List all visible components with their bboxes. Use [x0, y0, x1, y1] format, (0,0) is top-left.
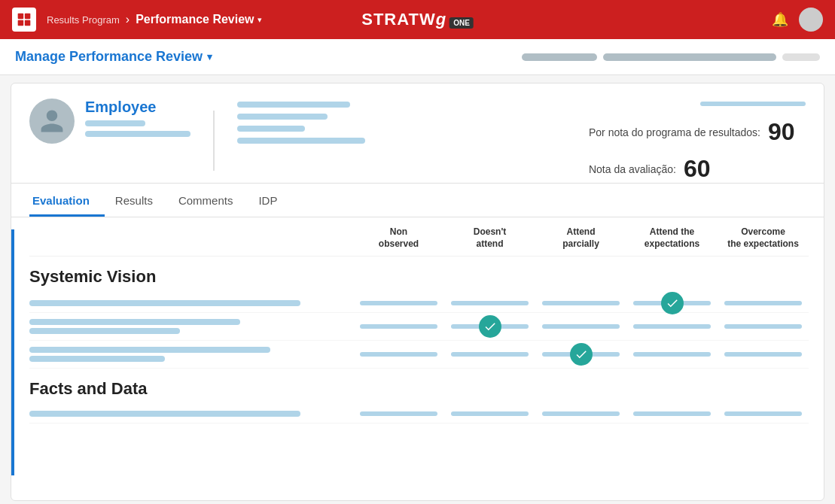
- score-line-1: Por nota do programa de resultados: 90: [589, 118, 806, 146]
- employee-header: Employee Por nota do programa de resulta…: [11, 83, 824, 184]
- rating-col-5[interactable]: [718, 352, 809, 357]
- rating-col-1[interactable]: [353, 352, 444, 357]
- right-icons: 🔔: [772, 8, 823, 32]
- rating-col-1[interactable]: [353, 301, 444, 305]
- rating-col-2[interactable]: [444, 324, 535, 329]
- employee-name: Employee: [85, 99, 190, 116]
- score-label-2: Nota da avaliação:: [589, 163, 676, 175]
- nav-dropdown-arrow[interactable]: ▾: [258, 15, 262, 25]
- row-label-bar: [29, 319, 240, 325]
- employee-info: Employee: [85, 99, 190, 137]
- manage-dropdown-arrow[interactable]: ▾: [207, 51, 212, 62]
- tab-comments[interactable]: Comments: [175, 185, 248, 217]
- scores-section: Por nota do programa de resultados: 90 N…: [589, 99, 806, 183]
- section-title-facts-and-data: Facts and Data: [29, 369, 809, 405]
- row-label-bar: [29, 300, 300, 306]
- logo: STRATWg ONE: [361, 10, 474, 29]
- rating-col-3[interactable]: [535, 301, 626, 305]
- section-title-systemic-vision: Systemic Vision: [29, 257, 809, 294]
- rating-cols: [353, 301, 809, 305]
- breadcrumb-current[interactable]: Performance Review: [136, 13, 254, 26]
- rating-col-2[interactable]: [444, 352, 535, 357]
- progress-bar-3: [782, 53, 820, 61]
- rating-col-4[interactable]: [626, 411, 718, 416]
- row-label-bar: [29, 347, 270, 353]
- progress-bar-1: [522, 53, 597, 61]
- rating-col-2[interactable]: [444, 411, 535, 416]
- rating-col-3[interactable]: [535, 324, 626, 329]
- svg-rect-1: [25, 14, 31, 20]
- breadcrumb-results[interactable]: Results Program: [47, 14, 120, 26]
- rating-cols: [353, 411, 809, 416]
- rating-col-3[interactable]: [535, 352, 626, 357]
- row-label-area: [29, 347, 353, 362]
- manage-title-text: Manage Performance Review: [15, 49, 203, 65]
- checkmark-icon[interactable]: [570, 343, 593, 366]
- tab-evaluation[interactable]: Evaluation: [29, 185, 105, 217]
- rating-col-5[interactable]: [718, 324, 809, 329]
- table-row: [29, 313, 809, 341]
- svg-rect-0: [18, 14, 24, 20]
- score-line-2: Nota da avaliação: 60: [589, 155, 806, 183]
- facts-label-bar: [29, 411, 300, 417]
- checkmark-icon[interactable]: [661, 292, 684, 314]
- row-label-area: [29, 411, 353, 417]
- evaluation-body: Nonobserved Doesn'tattend Attendparciall…: [14, 217, 824, 487]
- rating-cols: [353, 352, 809, 357]
- main-content-card: Employee Por nota do programa de resulta…: [11, 83, 824, 501]
- tabs-bar: Evaluation Results Comments IDP: [11, 185, 824, 217]
- row-label-bar-sub: [29, 328, 180, 334]
- top-navigation: Results Program › Performance Review ▾ S…: [0, 0, 835, 39]
- table-row: [29, 405, 809, 424]
- avatar-section: Employee: [29, 99, 190, 144]
- rating-col-5[interactable]: [718, 411, 809, 416]
- detail-bar-1: [237, 102, 350, 108]
- column-headers: Nonobserved Doesn'tattend Attendparciall…: [29, 217, 809, 257]
- employee-details: [237, 99, 559, 144]
- col-overcome-expectations: Overcomethe expectations: [718, 226, 809, 250]
- rating-col-4[interactable]: [626, 301, 718, 305]
- user-avatar[interactable]: [799, 8, 823, 32]
- tab-idp[interactable]: IDP: [255, 185, 292, 217]
- vertical-divider: [213, 111, 215, 171]
- score-value-2: 60: [684, 155, 721, 183]
- rating-col-4[interactable]: [626, 352, 718, 357]
- detail-bar-4: [237, 138, 365, 144]
- employee-info-bar-1: [85, 120, 145, 126]
- rating-col-3[interactable]: [535, 411, 626, 416]
- sub-navigation: Manage Performance Review ▾: [0, 39, 835, 75]
- table-row: [29, 294, 809, 313]
- logo-text: STRATWg: [361, 10, 446, 29]
- detail-bar-3: [237, 126, 305, 132]
- employee-info-bar-2: [85, 131, 190, 137]
- scores-top-bar: [700, 102, 806, 106]
- tab-results[interactable]: Results: [112, 185, 168, 217]
- col-non-observed: Nonobserved: [353, 226, 444, 250]
- col-doesnt-attend: Doesn'tattend: [444, 226, 535, 250]
- evaluation-content: Nonobserved Doesn'tattend Attendparciall…: [11, 217, 824, 487]
- score-label-1: Por nota do programa de resultados:: [589, 126, 760, 138]
- rating-col-4[interactable]: [626, 324, 718, 329]
- progress-bar-2: [603, 53, 776, 61]
- table-row: [29, 341, 809, 369]
- rating-cols: [353, 324, 809, 329]
- progress-area: [522, 53, 820, 61]
- svg-rect-3: [25, 20, 31, 26]
- rating-col-1[interactable]: [353, 324, 444, 329]
- rating-col-5[interactable]: [718, 301, 809, 305]
- svg-rect-2: [18, 20, 24, 26]
- checkmark-icon[interactable]: [479, 315, 501, 338]
- col-attend-expectations: Attend theexpectations: [626, 226, 718, 250]
- notification-bell-icon[interactable]: 🔔: [772, 11, 788, 28]
- logo-one: ONE: [449, 17, 474, 29]
- detail-bar-2: [237, 114, 328, 120]
- employee-avatar: [29, 99, 75, 144]
- row-label-area: [29, 319, 353, 334]
- manage-title[interactable]: Manage Performance Review ▾: [15, 49, 212, 65]
- col-attend-partially: Attendparcially: [535, 226, 626, 250]
- score-value-1: 90: [768, 118, 806, 146]
- rating-col-2[interactable]: [444, 301, 535, 305]
- rating-col-1[interactable]: [353, 411, 444, 416]
- row-label-bar-sub: [29, 356, 165, 362]
- app-icon[interactable]: [12, 8, 36, 32]
